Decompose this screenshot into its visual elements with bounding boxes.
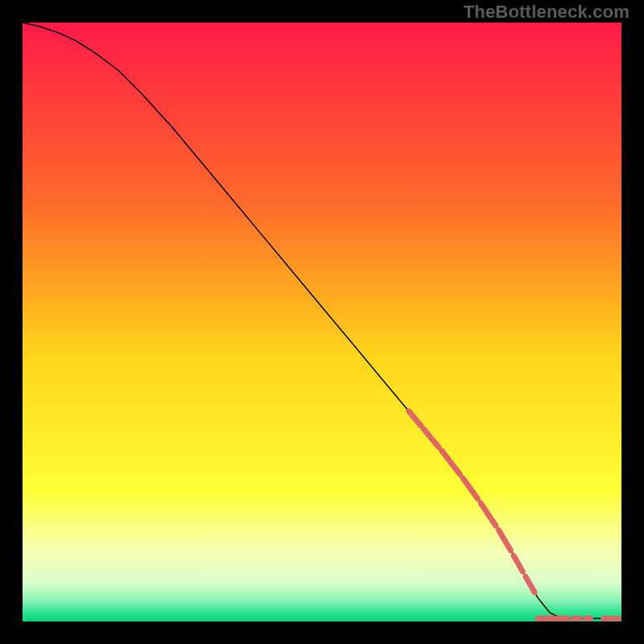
chart-svg bbox=[23, 23, 621, 621]
watermark-text: TheBottleneck.com bbox=[464, 2, 630, 23]
chart-background bbox=[23, 23, 621, 621]
chart-plot-area bbox=[23, 23, 621, 621]
chart-stage: TheBottleneck.com bbox=[0, 0, 644, 644]
